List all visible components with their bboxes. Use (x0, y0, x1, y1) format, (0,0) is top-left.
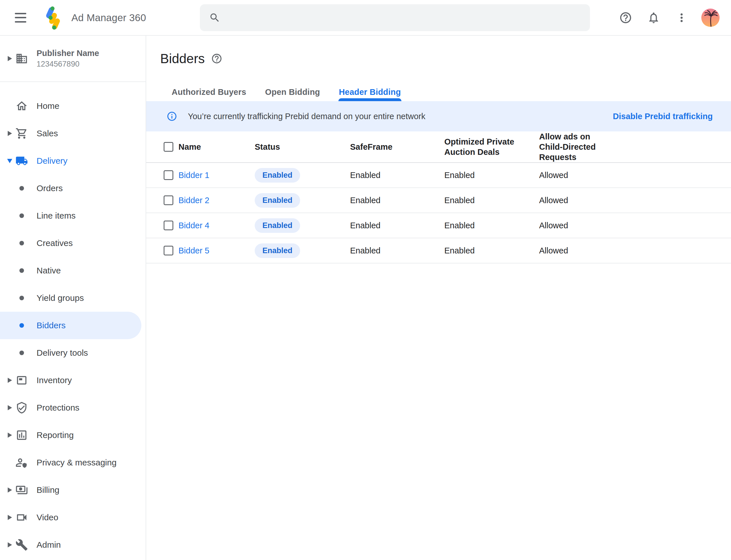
privacy-icon (15, 456, 28, 469)
sidebar-item-delivery-tools[interactable]: Delivery tools (0, 339, 141, 367)
table-row: Bidder 5EnabledEnabledEnabledAllowed (146, 238, 731, 263)
sidebar-item-sales[interactable]: Sales (0, 120, 141, 147)
main-content: Bidders Authorized BuyersOpen BiddingHea… (146, 36, 731, 560)
bidder-link[interactable]: Bidder 2 (179, 196, 255, 205)
sidebar-item-label: Home (37, 101, 59, 111)
sidebar-item-label: Yield groups (37, 293, 84, 303)
bullet-icon (19, 213, 24, 218)
sidebar-item-delivery[interactable]: Delivery (0, 147, 141, 175)
optimized-private-auction-deals-cell: Enabled (444, 171, 539, 180)
child-directed-cell: Allowed (539, 171, 731, 180)
table-header-row: NameStatusSafeFrameOptimized Private Auc… (146, 131, 731, 163)
column-header-allow-ads-on-child-directed-requests: Allow ads on Child-Directed Requests (539, 131, 610, 162)
search-icon (209, 12, 221, 23)
sidebar-item-label: Admin (37, 540, 61, 550)
sidebar-item-creatives[interactable]: Creatives (0, 229, 141, 257)
table-row: Bidder 4EnabledEnabledEnabledAllowed (146, 213, 731, 238)
optimized-private-auction-deals-cell: Enabled (444, 221, 539, 230)
shield-icon (15, 401, 28, 414)
status-badge: Enabled (255, 168, 300, 183)
home-icon (15, 100, 28, 112)
page-title: Bidders (160, 51, 205, 66)
child-directed-cell: Allowed (539, 221, 731, 230)
sidebar-item-privacy-messaging[interactable]: Privacy & messaging (0, 449, 141, 476)
sidebar-item-orders[interactable]: Orders (0, 175, 141, 202)
bullet-icon (19, 351, 24, 355)
expand-right-icon (8, 378, 12, 383)
expand-right-icon (8, 131, 12, 136)
tab-open-bidding[interactable]: Open Bidding (265, 83, 320, 101)
tab-header-bidding[interactable]: Header Bidding (339, 83, 401, 101)
bullet-icon (19, 186, 24, 191)
sidebar-item-label: Protections (37, 403, 79, 413)
sidebar-item-bidders[interactable]: Bidders (0, 312, 141, 339)
sidebar-item-label: Sales (37, 129, 58, 138)
notifications-icon[interactable] (645, 9, 662, 27)
bidder-link[interactable]: Bidder 5 (179, 246, 255, 255)
row-checkbox[interactable] (164, 221, 173, 230)
app-title: Ad Manager 360 (71, 12, 146, 23)
sidebar-item-label: Native (37, 266, 61, 275)
optimized-private-auction-deals-cell: Enabled (444, 246, 539, 255)
select-all-checkbox[interactable] (164, 142, 173, 152)
row-checkbox[interactable] (164, 195, 173, 205)
bullet-icon (19, 268, 24, 273)
bullet-icon (19, 323, 24, 328)
sidebar-item-admin[interactable]: Admin (0, 531, 141, 559)
bidder-link[interactable]: Bidder 1 (179, 171, 255, 180)
expand-right-icon (8, 487, 12, 493)
sidebar-nav: HomeSalesDeliveryOrdersLine itemsCreativ… (0, 82, 146, 559)
sidebar: Publisher Name 1234567890 HomeSalesDeliv… (0, 36, 146, 560)
more-vert-icon[interactable] (673, 9, 690, 27)
expand-right-icon (8, 542, 12, 547)
sidebar-item-billing[interactable]: Billing (0, 476, 141, 504)
publisher-name: Publisher Name (37, 48, 99, 58)
admin-icon (15, 539, 28, 551)
tab-authorized-buyers[interactable]: Authorized Buyers (172, 83, 246, 101)
sidebar-item-label: Orders (37, 183, 63, 193)
prebid-banner: You’re currently trafficking Prebid dema… (146, 101, 731, 131)
sidebar-item-line-items[interactable]: Line items (0, 202, 141, 229)
table-row: Bidder 1EnabledEnabledEnabledAllowed (146, 163, 731, 188)
bidder-link[interactable]: Bidder 4 (179, 221, 255, 230)
sidebar-item-label: Reporting (37, 430, 74, 440)
avatar[interactable] (701, 9, 720, 27)
table-row: Bidder 2EnabledEnabledEnabledAllowed (146, 188, 731, 213)
sidebar-item-home[interactable]: Home (0, 92, 141, 120)
sidebar-item-label: Delivery (37, 156, 67, 166)
search-input[interactable] (200, 4, 590, 31)
sidebar-item-label: Inventory (37, 375, 72, 385)
sidebar-item-label: Creatives (37, 238, 73, 248)
sidebar-item-yield-groups[interactable]: Yield groups (0, 284, 141, 312)
row-checkbox[interactable] (164, 170, 173, 180)
sidebar-item-inventory[interactable]: Inventory (0, 367, 141, 394)
optimized-private-auction-deals-cell: Enabled (444, 196, 539, 205)
sidebar-item-video[interactable]: Video (0, 504, 141, 531)
publisher-selector[interactable]: Publisher Name 1234567890 (0, 36, 146, 82)
banner-message: You’re currently trafficking Prebid dema… (188, 112, 425, 121)
status-badge: Enabled (255, 218, 300, 233)
column-header-optimized-private-auction-deals: Optimized Private Auction Deals (444, 137, 516, 157)
page-help-icon[interactable] (211, 53, 223, 64)
safeframe-cell: Enabled (350, 221, 444, 230)
menu-icon[interactable] (15, 13, 26, 23)
status-badge: Enabled (255, 243, 300, 258)
disable-prebid-button[interactable]: Disable Prebid trafficking (613, 112, 713, 121)
row-checkbox[interactable] (164, 246, 173, 255)
sidebar-item-protections[interactable]: Protections (0, 394, 141, 421)
sidebar-item-reporting[interactable]: Reporting (0, 421, 141, 449)
sidebar-item-native[interactable]: Native (0, 257, 141, 284)
inventory-icon (15, 374, 28, 387)
billing-icon (15, 484, 28, 496)
ad-manager-logo-icon (42, 6, 64, 30)
collapse-down-icon (7, 159, 12, 163)
safeframe-cell: Enabled (350, 171, 444, 180)
top-app-bar: Ad Manager 360 (0, 0, 731, 36)
truck-icon (15, 155, 28, 167)
sidebar-item-label: Video (37, 513, 58, 522)
sidebar-item-label: Delivery tools (37, 348, 88, 358)
bidders-table: NameStatusSafeFrameOptimized Private Auc… (146, 131, 731, 263)
sidebar-item-label: Line items (37, 211, 76, 221)
help-icon[interactable] (617, 9, 634, 27)
cart-icon (15, 127, 28, 140)
